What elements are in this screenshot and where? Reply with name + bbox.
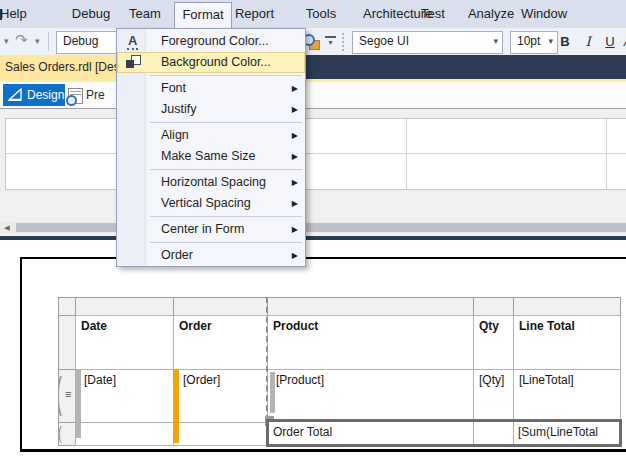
menu-item-vertical-spacing[interactable]: Vertical Spacing ▶ <box>117 193 305 214</box>
submenu-arrow-icon: ▶ <box>292 219 298 240</box>
menubar-item-report[interactable]: Report <box>230 2 279 26</box>
menubar-item-test[interactable]: Test <box>403 2 463 26</box>
menu-item-foreground-color[interactable]: A Foreground Color... <box>117 31 305 52</box>
report-view-toolbar: Design Pre <box>0 82 626 108</box>
submenu-arrow-icon: ▶ <box>292 172 298 193</box>
report-table-outline[interactable] <box>5 118 626 190</box>
design-tab-button[interactable]: Design <box>3 84 65 106</box>
font-size-value: 10pt <box>517 34 540 48</box>
menubar-item-architecture[interactable]: Architecture <box>363 2 403 26</box>
chevron-down-icon[interactable]: ▾ <box>548 32 553 51</box>
font-size-combobox[interactable]: 10pt ▾ <box>510 31 558 54</box>
menu-item-order[interactable]: Order ▶ <box>117 245 305 266</box>
column-handle-qty[interactable] <box>473 297 514 316</box>
product-column-dashed-marker <box>266 297 268 421</box>
total-cell-order[interactable] <box>173 422 268 446</box>
column-handle-linetotal[interactable] <box>513 297 621 316</box>
submenu-arrow-icon: ▶ <box>292 99 298 120</box>
order-cell-selection-bar[interactable] <box>173 370 179 443</box>
report-design-surface[interactable]: ◀ <box>0 109 626 236</box>
design-label: Design <box>27 84 64 106</box>
background-color-icon <box>124 54 142 71</box>
table-corner-handle[interactable] <box>58 297 76 316</box>
detail-cell-linetotal[interactable]: [LineTotal] <box>513 369 621 423</box>
menu-item-font[interactable]: Font ▶ <box>117 78 305 99</box>
menubar-item-format[interactable]: Format <box>174 2 232 30</box>
header-cell-qty[interactable]: Qty <box>473 315 514 370</box>
detail-cell-product[interactable]: [Product] <box>267 369 474 423</box>
menu-item-label: Order <box>161 248 193 262</box>
font-family-combobox[interactable]: Segoe UI ▾ <box>352 31 503 54</box>
row-handle-total[interactable]: ( <box>58 422 76 446</box>
horizontal-scrollbar[interactable]: ◀ <box>0 222 626 233</box>
menubar-item-tools[interactable]: Tools <box>279 2 363 26</box>
submenu-arrow-icon: ▶ <box>292 125 298 146</box>
selected-total-cells[interactable]: Order Total [Sum(LineTotal <box>266 419 622 447</box>
menubar: Debug Team Format Report Tools Architect… <box>0 0 626 28</box>
toolbar-grip-handle[interactable] <box>342 33 347 51</box>
table-column-divider <box>406 119 407 189</box>
italic-button[interactable]: I <box>579 32 597 52</box>
submenu-arrow-icon: ▶ <box>292 146 298 167</box>
underline-button[interactable]: U <box>601 32 619 52</box>
total-cell-product-label[interactable]: Order Total <box>273 425 332 439</box>
product-cell-selection-bar[interactable] <box>270 372 275 413</box>
total-cell-date[interactable] <box>75 422 174 446</box>
table-column-divider <box>606 119 607 189</box>
scrollbar-thumb[interactable] <box>16 223 626 232</box>
chevron-down-icon[interactable]: ▾ <box>493 32 498 51</box>
submenu-arrow-icon: ▶ <box>292 193 298 214</box>
menu-item-label: Font <box>161 81 186 95</box>
column-handle-product[interactable] <box>267 297 474 316</box>
column-handle-date[interactable] <box>75 297 174 316</box>
menu-separator <box>150 216 302 217</box>
detail-cell-date[interactable]: [Date] <box>75 369 174 423</box>
menu-item-make-same-size[interactable]: Make Same Size ▶ <box>117 146 305 167</box>
toolbar-overflow-icon[interactable]: ▾ <box>325 36 336 46</box>
scroll-left-arrow-icon[interactable]: ◀ <box>0 222 14 233</box>
menubar-item-team[interactable]: Team <box>116 2 174 26</box>
toolbar-separator <box>48 32 49 51</box>
submenu-arrow-icon: ▶ <box>292 245 298 266</box>
menubar-item-help[interactable]: Help <box>0 2 27 26</box>
detail-row-lines-icon: ≡ <box>65 388 71 400</box>
format-menu: A Foreground Color... Background Color..… <box>116 28 306 267</box>
row-handle-detail[interactable]: ( ≡ <box>58 369 76 423</box>
foreground-color-icon: A <box>124 33 142 50</box>
menu-separator <box>150 75 302 76</box>
detail-cell-order[interactable]: [Order] <box>173 369 268 423</box>
menubar-item-analyze[interactable]: Analyze <box>463 2 519 26</box>
bold-button[interactable]: B <box>556 32 574 52</box>
menu-item-align[interactable]: Align ▶ <box>117 125 305 146</box>
solution-configuration-value: Debug <box>63 34 98 48</box>
header-cell-product[interactable]: Product <box>267 315 474 370</box>
redo-icon[interactable]: ↷ <box>15 31 28 49</box>
undo-dropdown-caret-icon[interactable]: ▾ <box>4 36 9 46</box>
clipped-color-button[interactable]: A <box>619 32 626 52</box>
font-family-value: Segoe UI <box>359 34 409 48</box>
preview-report-icon <box>68 88 83 104</box>
date-cell-selection-bar[interactable] <box>76 370 81 438</box>
menu-item-center-in-form[interactable]: Center in Form ▶ <box>117 219 305 240</box>
solution-configuration-combobox[interactable]: Debug <box>56 31 124 54</box>
header-cell-linetotal[interactable]: Line Total <box>513 315 621 370</box>
menubar-item-debug[interactable]: Debug <box>66 2 116 26</box>
menu-item-label: Foreground Color... <box>161 34 269 48</box>
total-cell-linetotal-expression[interactable]: [Sum(LineTotal <box>518 425 598 439</box>
header-cell-date[interactable]: Date <box>75 315 174 370</box>
column-handle-order[interactable] <box>173 297 268 316</box>
window-border <box>0 236 626 240</box>
application-window: Debug Team Format Report Tools Architect… <box>0 0 626 462</box>
menu-item-label: Center in Form <box>161 222 244 236</box>
redo-dropdown-caret-icon[interactable]: ▾ <box>35 36 40 46</box>
standard-toolbar: ▾ ↷ ▾ Debug ▾ Segoe UI ▾ 10pt ▾ B I U A <box>0 28 626 55</box>
menu-item-label: Horizontal Spacing <box>161 175 266 189</box>
header-cell-order[interactable]: Order <box>173 315 268 370</box>
row-handle-header[interactable] <box>58 315 76 370</box>
menu-item-label: Make Same Size <box>161 149 255 163</box>
menubar-item-window[interactable]: Window <box>519 2 569 26</box>
menu-item-justify[interactable]: Justify ▶ <box>117 99 305 120</box>
menu-item-background-color[interactable]: Background Color... <box>117 52 305 73</box>
menu-item-horizontal-spacing[interactable]: Horizontal Spacing ▶ <box>117 172 305 193</box>
detail-cell-qty[interactable]: [Qty] <box>473 369 514 423</box>
